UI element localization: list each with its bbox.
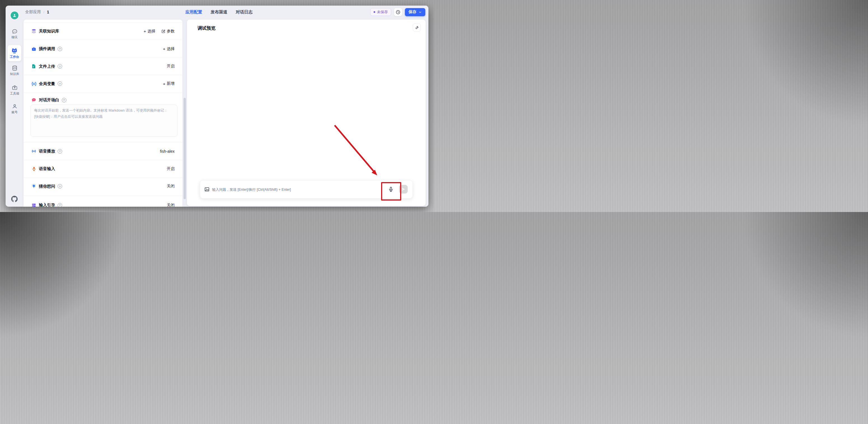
image-upload-icon[interactable] <box>204 187 210 192</box>
sidebar-item-chat[interactable]: 聊天 <box>6 29 24 39</box>
sidebar-item-label: 工作台 <box>10 55 19 59</box>
setting-row-file-upload: 文件上传 ? 开启 <box>24 58 182 75</box>
sidebar-item-dataset[interactable]: 知识库 <box>6 65 24 76</box>
setting-label: 插件调用 <box>39 46 55 52</box>
setting-label: 语音播放 <box>39 149 55 154</box>
breadcrumb-separator: / <box>43 10 44 14</box>
input-guide-status[interactable]: 关闭 <box>167 203 175 207</box>
voice-broadcast-icon <box>31 149 36 154</box>
plugin-icon <box>31 46 36 52</box>
setting-section-welcome: 对话开场白 ? <box>24 93 182 142</box>
welcome-chat-icon <box>31 98 36 103</box>
database-icon <box>12 65 18 71</box>
help-icon[interactable]: ? <box>62 98 66 102</box>
app-config-panel: 关联知识库 + 选择 参数 插件调用 <box>24 20 182 207</box>
setting-label: 猜你想问 <box>39 184 55 189</box>
sidebar-item-label: 聊天 <box>11 35 18 39</box>
breadcrumb-all-apps[interactable]: 全部应用 <box>25 9 41 14</box>
person-icon <box>12 103 18 109</box>
top-bar: 全部应用 / 1 应用配置 发布渠道 对话日志 未保存 保存 <box>6 6 428 19</box>
breadcrumb: 全部应用 / 1 <box>25 6 49 19</box>
dataset-icon <box>31 29 36 34</box>
unsaved-dot-icon <box>374 11 375 13</box>
question-guide-status[interactable]: 关闭 <box>167 184 175 189</box>
annotation-highlight-box <box>381 182 401 200</box>
help-icon[interactable]: ? <box>58 81 62 86</box>
setting-label: 语音输入 <box>39 166 55 171</box>
setting-row-tts: 语音播放 ? fish-alex <box>24 143 182 160</box>
sidebar-item-label: 账号 <box>11 110 18 115</box>
scrollbar-thumb[interactable] <box>184 98 186 199</box>
file-icon <box>31 64 36 69</box>
debug-preview-panel: 调试预览 <box>187 20 426 206</box>
top-tabs: 应用配置 发布渠道 对话日志 <box>186 6 253 19</box>
help-icon[interactable]: ? <box>58 64 62 68</box>
tts-voice-value[interactable]: fish-alex <box>160 149 175 154</box>
help-icon[interactable]: ? <box>58 203 62 207</box>
microphone-icon <box>31 166 36 171</box>
plugin-select-button[interactable]: + 选择 <box>163 46 175 52</box>
unsaved-status-badge: 未保存 <box>370 8 391 16</box>
avatar[interactable] <box>11 11 19 19</box>
toolbox-icon <box>12 85 18 91</box>
setting-label: 文件上传 <box>39 64 55 69</box>
github-icon[interactable] <box>11 196 18 203</box>
file-upload-status[interactable]: 开启 <box>167 64 175 69</box>
variable-icon: {x} <box>31 81 36 86</box>
sidebar-item-toolbox[interactable]: 工具箱 <box>6 85 24 96</box>
chat-input-bar <box>200 180 413 199</box>
chat-message-input[interactable] <box>212 181 380 199</box>
setting-row-variables: {x} 全局变量 ? + 新增 <box>24 75 182 93</box>
setting-row-question-guide: 猜你想问 ? 关闭 <box>24 177 182 195</box>
welcome-text-input[interactable] <box>31 105 177 137</box>
tab-app-config[interactable]: 应用配置 <box>186 9 202 15</box>
tab-publish-channel[interactable]: 发布渠道 <box>211 9 227 15</box>
tab-chat-logs[interactable]: 对话日志 <box>236 9 253 15</box>
help-icon[interactable]: ? <box>58 149 62 154</box>
help-icon[interactable]: ? <box>58 47 62 51</box>
history-button[interactable] <box>394 8 402 16</box>
stt-status[interactable]: 开启 <box>167 166 175 171</box>
clock-icon <box>396 10 400 14</box>
save-label: 保存 <box>408 9 416 14</box>
sidebar-item-workbench[interactable]: 工作台 <box>7 45 21 61</box>
app-window: 全部应用 / 1 应用配置 发布渠道 对话日志 未保存 保存 <box>6 6 428 207</box>
help-icon[interactable]: ? <box>58 184 62 189</box>
chevron-down-icon <box>418 11 422 14</box>
dataset-params-button[interactable]: 参数 <box>161 29 175 34</box>
setting-row-stt: 语音输入 开启 <box>24 160 182 177</box>
chat-bubble-icon <box>12 29 18 34</box>
save-button[interactable]: 保存 <box>405 8 425 16</box>
sidebar-item-account[interactable]: 账号 <box>6 103 24 115</box>
clear-chat-button[interactable] <box>413 24 421 32</box>
breadcrumb-current-app: 1 <box>47 10 49 14</box>
dataset-select-button[interactable]: + 选择 <box>144 29 155 34</box>
setting-label: 关联知识库 <box>39 29 59 34</box>
lightbulb-icon <box>31 184 36 189</box>
input-guide-icon <box>31 203 36 207</box>
sidebar-item-label: 工具箱 <box>10 92 19 96</box>
setting-label: 全局变量 <box>39 81 55 87</box>
edit-icon <box>161 29 165 33</box>
variable-add-button[interactable]: + 新增 <box>163 81 175 86</box>
setting-label: 输入引导 <box>39 202 55 207</box>
robot-icon <box>11 47 18 54</box>
setting-row-dataset: 关联知识库 + 选择 参数 <box>24 23 182 40</box>
setting-row-plugin: 插件调用 ? + 选择 <box>24 40 182 58</box>
preview-title: 调试预览 <box>197 26 215 31</box>
broom-icon <box>415 26 419 30</box>
unsaved-label: 未保存 <box>377 9 388 14</box>
nav-rail: 聊天 工作台 知识库 工具箱 账号 <box>6 6 24 207</box>
send-plane-icon <box>401 187 405 191</box>
setting-row-input-guide: 输入引导 ? 关闭 <box>24 196 182 207</box>
topbar-actions: 未保存 保存 <box>370 6 425 19</box>
user-icon <box>12 13 17 18</box>
sidebar-item-label: 知识库 <box>10 72 19 76</box>
setting-label: 对话开场白 <box>39 97 59 103</box>
